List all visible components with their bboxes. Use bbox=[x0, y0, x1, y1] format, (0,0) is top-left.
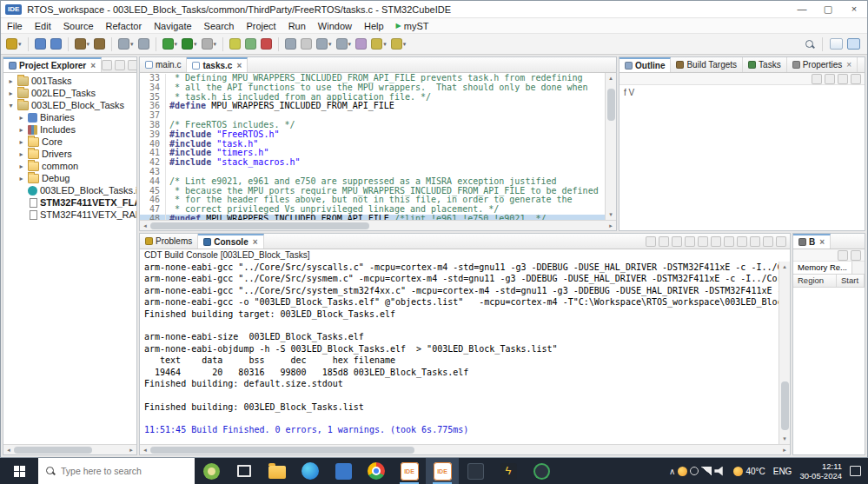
close-icon[interactable]: × bbox=[236, 61, 242, 70]
pin-console-icon[interactable] bbox=[724, 236, 734, 247]
step-commands-icon[interactable] bbox=[229, 37, 242, 50]
editor-tab-main-c[interactable]: main.c bbox=[140, 57, 187, 72]
build-all-icon[interactable] bbox=[93, 37, 106, 50]
right-tab-properties[interactable]: Properties× bbox=[787, 57, 858, 72]
avocado-app-icon[interactable] bbox=[195, 458, 228, 484]
tab-memory-regions[interactable]: Memory Re... bbox=[793, 262, 852, 274]
open-perspective-icon[interactable] bbox=[830, 38, 843, 50]
menu-myst[interactable]: ▶myST bbox=[390, 20, 435, 32]
tree-item-002led-tasks[interactable]: ▸002LED_Tasks bbox=[3, 87, 136, 99]
scroll-thumb[interactable] bbox=[14, 447, 92, 454]
chrome-icon[interactable] bbox=[360, 458, 393, 484]
build-icon[interactable]: ▾ bbox=[74, 37, 91, 50]
editor-vscrollbar[interactable] bbox=[605, 73, 616, 220]
scroll-track[interactable] bbox=[606, 83, 617, 209]
menu-window[interactable]: Window bbox=[312, 20, 358, 32]
console-vscrollbar[interactable] bbox=[779, 262, 790, 444]
remove-launch-icon[interactable] bbox=[659, 236, 669, 247]
code-area[interactable]: 33 * Defining MPU_WRAPPERS_INCLUDED_FROM… bbox=[140, 73, 605, 220]
scroll-lock-icon[interactable] bbox=[698, 236, 708, 247]
run-icon[interactable]: ▾ bbox=[181, 37, 198, 50]
menu-help[interactable]: Help bbox=[358, 20, 390, 32]
tree-item-stm32f411vetx-flash-ld[interactable]: STM32F411VETX_FLASH.ld bbox=[3, 196, 136, 209]
refresh-icon[interactable] bbox=[838, 250, 848, 261]
view-menu-icon[interactable] bbox=[115, 60, 125, 70]
file-explorer-icon[interactable] bbox=[261, 458, 294, 484]
close-icon[interactable]: × bbox=[90, 61, 96, 70]
expand-arrow-icon[interactable]: ▸ bbox=[7, 90, 15, 97]
menu-project[interactable]: Project bbox=[240, 20, 282, 32]
outline-content[interactable]: f V bbox=[620, 85, 865, 230]
hidden-icons-chevron-icon[interactable]: ∧ bbox=[669, 467, 675, 476]
action-center-icon[interactable] bbox=[850, 466, 861, 476]
blue-app-icon[interactable] bbox=[327, 458, 360, 484]
minimize-button[interactable]: — bbox=[789, 1, 815, 18]
close-icon[interactable]: × bbox=[253, 237, 258, 247]
column-start[interactable]: Start bbox=[837, 275, 865, 287]
mark-occurrences-icon[interactable] bbox=[300, 37, 313, 50]
sort-icon[interactable] bbox=[812, 74, 822, 84]
expand-arrow-icon[interactable]: ▸ bbox=[17, 162, 25, 170]
scroll-thumb[interactable] bbox=[150, 447, 414, 454]
next-annotation-icon[interactable]: ▾ bbox=[315, 37, 333, 50]
tree-item-common[interactable]: ▸common bbox=[3, 160, 136, 172]
start-button[interactable] bbox=[0, 458, 38, 484]
cpp-perspective-icon[interactable] bbox=[847, 38, 860, 50]
scroll-thumb[interactable] bbox=[607, 89, 615, 122]
tree-item-debug[interactable]: ▸Debug bbox=[3, 172, 136, 184]
scroll-track[interactable] bbox=[14, 445, 126, 455]
view-menu-icon[interactable] bbox=[851, 74, 861, 84]
tree-item-drivers[interactable]: ▸Drivers bbox=[3, 148, 136, 160]
line-number[interactable]: 44 bbox=[140, 177, 166, 187]
code-line[interactable]: 42#include "stack_macros.h" bbox=[140, 158, 605, 168]
editor-tab-tasks-c[interactable]: tasks.c× bbox=[187, 57, 248, 72]
explorer-hscrollbar[interactable] bbox=[3, 444, 136, 454]
menu-run[interactable]: Run bbox=[282, 20, 312, 32]
right-tab-outline[interactable]: Outline bbox=[620, 57, 671, 72]
menu-search[interactable]: Search bbox=[198, 20, 241, 32]
explorer-tab-project-explorer[interactable]: Project Explorer× bbox=[3, 57, 102, 72]
bolt-app-icon[interactable]: ϟ bbox=[492, 458, 525, 484]
view-menu-icon[interactable] bbox=[851, 250, 861, 261]
task-view-icon[interactable] bbox=[228, 458, 261, 484]
expand-arrow-icon[interactable]: ▸ bbox=[17, 138, 25, 146]
scroll-up-icon[interactable] bbox=[779, 262, 791, 272]
remove-all-launches-icon[interactable] bbox=[672, 236, 682, 247]
right-tab-build-targets[interactable]: Build Targets bbox=[671, 57, 743, 72]
dark-round-app-icon[interactable] bbox=[525, 458, 558, 484]
column-region[interactable]: Region bbox=[793, 275, 837, 287]
expand-arrow-icon[interactable]: ▸ bbox=[7, 77, 15, 85]
menu-navigate[interactable]: Navigate bbox=[148, 20, 197, 32]
scroll-thumb[interactable] bbox=[150, 222, 369, 229]
tree-item-includes[interactable]: ▸Includes bbox=[3, 123, 136, 136]
expand-arrow-icon[interactable]: ▸ bbox=[17, 126, 25, 134]
new-source-icon[interactable]: ▾ bbox=[117, 37, 135, 50]
resume-icon[interactable] bbox=[244, 37, 257, 50]
search-icon[interactable] bbox=[805, 39, 815, 50]
code-line[interactable]: 36#define MPU_WRAPPERS_INCLUDED_FROM_API… bbox=[140, 102, 605, 111]
display-selected-console-icon[interactable] bbox=[737, 236, 747, 247]
terminate-icon[interactable] bbox=[646, 236, 656, 247]
menu-file[interactable]: File bbox=[1, 20, 29, 32]
dark-app-icon[interactable] bbox=[459, 458, 492, 484]
search-dialog-icon[interactable] bbox=[137, 37, 150, 50]
console-tab-problems[interactable]: Problems bbox=[140, 234, 198, 249]
maximize-view-icon[interactable] bbox=[776, 236, 786, 247]
hide-static-icon[interactable] bbox=[838, 74, 848, 84]
clear-console-icon[interactable] bbox=[685, 236, 695, 247]
language-indicator[interactable]: ENG bbox=[773, 467, 792, 476]
volume-icon[interactable] bbox=[714, 467, 726, 476]
scroll-track[interactable] bbox=[779, 272, 791, 434]
edge-icon[interactable] bbox=[294, 458, 327, 484]
close-button[interactable]: × bbox=[841, 1, 867, 18]
menu-source[interactable]: Source bbox=[57, 20, 100, 32]
scroll-left-icon[interactable] bbox=[140, 221, 150, 231]
expand-arrow-icon[interactable]: ▸ bbox=[17, 150, 25, 158]
stm32cubeide-active-icon[interactable]: IDE bbox=[426, 458, 459, 484]
tree-item-003led-block-tasks-ioc[interactable]: 003LED_Block_Tasks.ioc bbox=[3, 184, 136, 196]
terminate-icon[interactable] bbox=[260, 37, 273, 50]
scroll-right-icon[interactable] bbox=[606, 221, 616, 231]
new-wizard-icon[interactable]: ▾ bbox=[5, 37, 23, 50]
scroll-track[interactable] bbox=[150, 445, 779, 455]
scroll-down-icon[interactable] bbox=[606, 209, 617, 220]
